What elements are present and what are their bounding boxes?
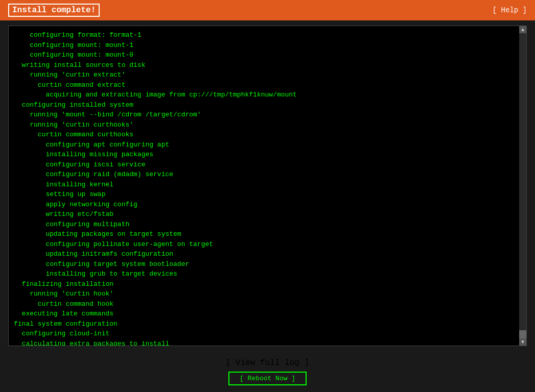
footer: [ View full log ] [ Reboot Now ]	[0, 351, 535, 392]
install-complete-title: Install complete!	[8, 4, 100, 17]
header-bar: Install complete! [ Help ]	[0, 0, 535, 20]
help-label[interactable]: [ Help ]	[493, 6, 527, 14]
log-container: configuring format: format-1 configuring…	[8, 26, 527, 346]
scrollbar-arrow-up[interactable]: ▲	[519, 26, 526, 33]
scrollbar[interactable]: ▲ ▼	[519, 26, 526, 346]
scrollbar-arrow-down[interactable]: ▼	[519, 338, 526, 346]
reboot-now-button[interactable]: [ Reboot Now ]	[228, 372, 307, 385]
main-content: configuring format: format-1 configuring…	[0, 20, 535, 351]
log-text: configuring format: format-1 configuring…	[9, 26, 526, 346]
view-full-log-label[interactable]: [ View full log ]	[226, 358, 309, 368]
